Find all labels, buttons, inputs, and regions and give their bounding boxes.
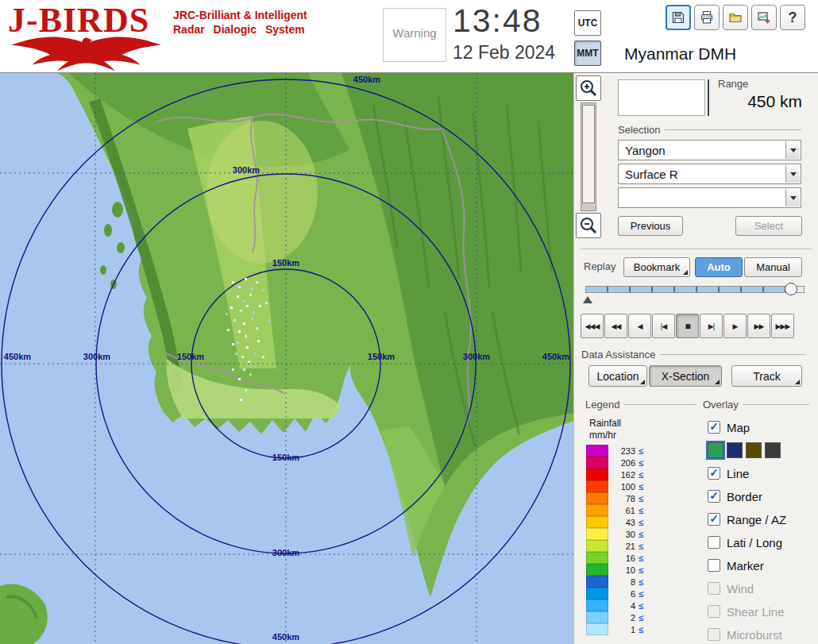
print-button[interactable]: [694, 5, 720, 30]
echo-cell: [245, 278, 247, 280]
rewind-to-start-button[interactable]: ◀◀◀: [581, 314, 604, 338]
overlay-item-border[interactable]: Border: [708, 490, 786, 503]
xsection-button[interactable]: X-Section: [649, 365, 722, 387]
legend-leq-symbol: ≤: [639, 494, 643, 503]
ring-label: 150km: [272, 258, 299, 268]
step-back-button[interactable]: |◀: [652, 314, 675, 338]
control-panel: Range 450 km Selection Yangon Surface R …: [573, 73, 818, 644]
capture-image-button[interactable]: [751, 5, 777, 30]
overlay-item-range-az[interactable]: Range / AZ: [708, 513, 786, 526]
zoom-in-button[interactable]: [576, 75, 601, 101]
location-button[interactable]: Location: [588, 365, 647, 387]
map-style-swatch-gray[interactable]: [765, 442, 781, 458]
checkbox-range-az[interactable]: [708, 513, 720, 526]
previous-button[interactable]: Previous: [618, 216, 683, 236]
play-reverse-button[interactable]: ◀: [628, 314, 651, 338]
legend-unit-line1: Rainfall: [589, 418, 621, 430]
mmt-toggle-button[interactable]: MMT: [574, 40, 601, 66]
zoom-out-button[interactable]: [576, 213, 601, 238]
stop-button[interactable]: ■: [676, 314, 699, 338]
track-button[interactable]: Track: [731, 365, 802, 387]
clock-date: 12 Feb 2024: [453, 42, 555, 64]
echo-cell: [241, 356, 244, 358]
echo-cell: [232, 281, 234, 283]
map-style-swatch-olive[interactable]: [746, 442, 762, 458]
echo-cell: [262, 356, 264, 358]
overlay-item-label: Microburst: [727, 628, 782, 642]
overlay-item-line[interactable]: Line: [708, 467, 786, 480]
echo-cell: [240, 399, 242, 401]
play-button[interactable]: ▶: [723, 314, 747, 338]
step-forward-button[interactable]: ▶|: [700, 314, 723, 338]
forward-to-end-button[interactable]: ▶▶▶: [771, 314, 794, 338]
eagle-logo-icon: [5, 33, 168, 71]
selection-section-label: Selection: [618, 124, 660, 136]
radar-map-view[interactable]: 450km 300km 150km 450km 300km 150km 150k…: [0, 73, 573, 644]
fast-forward-button[interactable]: ▶▶: [747, 314, 770, 338]
checkbox-border[interactable]: [708, 490, 720, 503]
product-combo-value: Surface R: [625, 168, 678, 181]
replay-timeline-slider[interactable]: [585, 286, 804, 293]
fast-rewind-button[interactable]: ◀◀: [604, 314, 627, 338]
echo-cell: [251, 407, 253, 409]
utc-toggle-button[interactable]: UTC: [574, 10, 601, 36]
product-combo[interactable]: Surface R: [618, 164, 801, 184]
echo-cell: [256, 281, 258, 283]
legend-value: 2: [608, 613, 635, 623]
echo-cell: [237, 295, 239, 298]
map-style-swatch-green[interactable]: [708, 442, 723, 458]
manual-mode-button[interactable]: Manual: [744, 257, 802, 277]
floppy-disk-icon: [671, 10, 685, 25]
legend-leq-symbol: ≤: [639, 530, 643, 539]
legend-unit: Rainfall mm/hr: [589, 418, 621, 442]
echo-cell: [243, 322, 245, 325]
echo-cell: [246, 305, 249, 307]
warning-label: Warning: [392, 26, 436, 40]
legend-row: 4≤: [586, 600, 643, 611]
overlay-options: Map Line Border Range / AZ: [708, 421, 786, 644]
zoom-scrollbar-thumb[interactable]: [582, 105, 595, 203]
ring-label: 150km: [368, 352, 395, 361]
slider-thumb[interactable]: [785, 283, 797, 295]
overlay-item-label: Map: [727, 421, 750, 434]
legend-value: 206: [608, 458, 635, 468]
overlay-item-map[interactable]: Map: [708, 421, 786, 434]
ring-label: 450km: [542, 352, 569, 361]
checkbox-map[interactable]: [708, 421, 720, 434]
overlay-item-lati-long[interactable]: Lati / Long: [708, 536, 786, 549]
chevron-down-icon[interactable]: [785, 189, 800, 206]
legend-color-swatch: [586, 564, 608, 576]
legend-row: 30≤: [586, 528, 643, 540]
radar-map-svg: 450km 300km 150km 450km 300km 150km 150k…: [0, 73, 573, 644]
logo-subtitle-2: Radar Dialogic System: [173, 23, 305, 36]
echo-cell: [238, 378, 241, 380]
open-folder-button[interactable]: [723, 5, 748, 30]
checkbox-line[interactable]: [708, 467, 720, 480]
legend-color-swatch: [586, 528, 608, 540]
help-button[interactable]: ?: [780, 5, 805, 30]
echo-cell: [230, 307, 233, 309]
overlay-item-label: Line: [727, 467, 749, 480]
site-combo[interactable]: Yangon: [618, 140, 801, 160]
echo-cell: [237, 341, 239, 344]
legend-value: 162: [608, 470, 635, 480]
chevron-down-icon[interactable]: [785, 165, 800, 183]
bookmark-button[interactable]: Bookmark: [623, 257, 690, 277]
overlay-item-label: Range / AZ: [727, 513, 786, 526]
chevron-down-icon[interactable]: [785, 141, 800, 159]
map-style-swatch-navy[interactable]: [727, 442, 743, 458]
legend-row: 6≤: [586, 588, 643, 600]
echo-cell: [227, 329, 230, 331]
separator: [581, 249, 812, 249]
replay-section-label: Replay: [584, 260, 615, 272]
overlay-item-marker[interactable]: Marker: [708, 559, 786, 572]
zoom-scrollbar[interactable]: [581, 102, 596, 211]
auto-mode-button[interactable]: Auto: [695, 257, 743, 277]
checkbox-marker[interactable]: [708, 559, 720, 572]
range-label: Range: [718, 78, 748, 90]
transport-controls: ◀◀◀ ◀◀ ◀ |◀ ■ ▶| ▶ ▶▶ ▶▶▶: [581, 314, 794, 338]
option-combo[interactable]: [618, 187, 801, 208]
save-button[interactable]: [666, 5, 691, 30]
checkbox-lati-long[interactable]: [708, 536, 720, 549]
station-title: Myanmar DMH: [624, 44, 736, 64]
